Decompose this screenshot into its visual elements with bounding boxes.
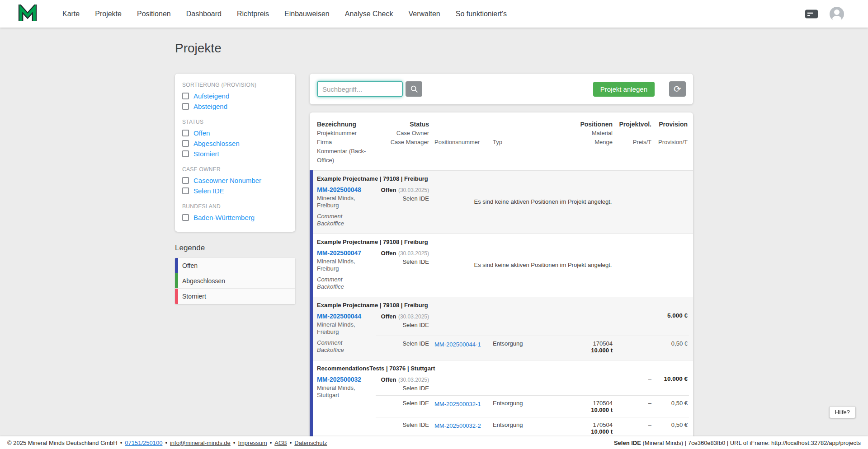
position-material-menge: 170504 10.000 t [554,400,615,413]
filter-option-abgeschlossen[interactable]: Abgeschlossen [182,138,288,149]
project-company: Mineral Minds, Freiburg [317,195,376,209]
header-col-status: Status Case Owner Case Manager [376,120,434,165]
legend-title: Legende [175,243,295,253]
project-number-link[interactable]: MM-202500044 [317,313,361,320]
footer: © 2025 Mineral Minds Deutschland GmbH • … [0,436,868,449]
filter-option-absteigend[interactable]: Absteigend [182,101,288,112]
footer-left: © 2025 Mineral Minds Deutschland GmbH • … [7,440,327,446]
position-provision: 0,50 € [651,421,688,428]
session-info: Selen IDE (Mineral Minds) | 7ce360e83fb0… [614,440,861,446]
project-status: Offen (30.03.2025) Selen IDE [376,312,434,328]
project-company: Mineral Minds, Freiburg [317,321,376,336]
position-preis: – [615,400,651,407]
project-number-link[interactable]: MM-202500047 [317,249,361,257]
checkbox[interactable] [182,93,189,99]
email-link[interactable]: info@mineral-minds.de [170,440,231,446]
project-title: Example Projectname | 79108 | Freiburg [313,234,693,248]
legend-item-offen: Offen [175,258,295,273]
position-row: Selen IDE MM-202500044-1 Entsorgung 1705… [376,336,689,354]
no-positions-message: Es sind keine aktiven Positionen im Proj… [434,196,651,205]
checkbox[interactable] [182,140,189,147]
nav-item-verwalten[interactable]: Verwalten [408,10,440,18]
search-input[interactable] [317,81,403,97]
filter-section-bundesland: BUNDESLAND [182,203,288,210]
position-typ: Entsorgung [489,421,554,428]
nav-item-projekte[interactable]: Projekte [95,10,122,18]
nav-item-karte[interactable]: Karte [62,10,80,18]
filter-option-selen-ide[interactable]: Selen IDE [182,186,288,196]
create-project-button[interactable]: Projekt anlegen [593,82,655,97]
project-number-link[interactable]: MM-202500032 [317,376,361,383]
checkbox[interactable] [182,130,189,136]
impressum-link[interactable]: Impressum [238,440,267,446]
no-positions-message: Es sind keine aktiven Positionen im Proj… [434,259,651,268]
filter-option-storniert[interactable]: Storniert [182,149,288,159]
search-button[interactable] [406,81,422,97]
phone-link[interactable]: 07151/250100 [125,440,162,446]
help-button[interactable]: Hilfe? [829,406,856,418]
position-menge: 10.000 t [554,407,613,413]
position-preis: – [615,421,651,428]
filter-option-offen[interactable]: Offen [182,128,288,138]
datenschutz-link[interactable]: Datenschutz [294,440,327,446]
refresh-button[interactable]: ⟳ [669,81,686,97]
project-row: Example Projectname | 79108 | Freiburg M… [313,170,693,234]
position-number-link[interactable]: MM-202500032-1 [434,401,481,407]
project-title: RecommendationsTests | 70376 | Stuttgart [313,360,693,374]
checkbox[interactable] [182,103,189,110]
legend-color-done [175,273,178,288]
position-number-link[interactable]: MM-202500032-2 [434,422,481,429]
agb-link[interactable]: AGB [274,440,287,446]
copyright-text: © 2025 Mineral Minds Deutschland GmbH [7,440,118,446]
nav-item-positionen[interactable]: Positionen [137,10,171,18]
nav-item-dashboard[interactable]: Dashboard [186,10,222,18]
sidebar: SORTIERUNG (PROVISION) Aufsteigend Abste… [175,74,295,304]
provision-value: 5.000 € [651,312,688,319]
checkbox[interactable] [182,177,189,184]
position-material: 170504 [554,421,613,428]
position-typ: Entsorgung [489,340,554,347]
project-case-owner: Selen IDE [376,322,429,328]
filter-option-baden-wuerttemberg[interactable]: Baden-Württemberg [182,212,288,223]
nav-item-einbauweisen[interactable]: Einbauweisen [284,10,330,18]
position-material-menge: 170504 10.000 t [554,421,615,435]
position-material-menge: 170504 10.000 t [554,340,615,354]
projects-table: Bezeichnung Projektnummer Firma Kommenta… [310,112,693,436]
avatar[interactable] [829,6,844,22]
project-company: Mineral Minds, Stuttgart [317,384,376,399]
position-preis: – [615,340,651,347]
position-row: Selen IDE MM-202500032-2 Entsorgung 1705… [376,417,689,435]
logo[interactable] [18,5,37,23]
position-case-owner: Selen IDE [376,421,434,428]
project-case-owner: Selen IDE [376,258,429,265]
project-comment: Comment Backoffice [317,213,362,227]
session-details: (Mineral Minds) | 7ce360e83fb0 | URL of … [641,440,861,446]
filter-option-aufsteigend[interactable]: Aufsteigend [182,91,288,101]
project-comment: Comment Backoffice [317,276,362,290]
project-number-link[interactable]: MM-202500048 [317,186,361,193]
position-typ: Entsorgung [489,400,554,407]
mineral-minds-logo-icon [18,5,37,23]
filter-panel: SORTIERUNG (PROVISION) Aufsteigend Abste… [175,74,295,232]
position-number-link[interactable]: MM-202500044-1 [434,341,481,348]
nav-item-analyse-check[interactable]: Analyse Check [345,10,393,18]
project-row: Example Projectname | 79108 | Freiburg M… [313,234,693,297]
nav-item-so-funktionierts[interactable]: So funktioniert's [456,10,507,18]
header-col-provision: Provision Provision/T [651,120,688,165]
checkbox[interactable] [182,187,189,194]
filter-option-caseowner-nonumber[interactable]: Caseowner Nonumber [182,175,288,186]
card-icon[interactable] [805,9,818,19]
project-row: RecommendationsTests | 70376 | Stuttgart… [313,360,693,436]
search-icon [410,85,418,93]
position-row: Selen IDE MM-202500032-1 Entsorgung 1705… [376,395,689,413]
position-menge: 10.000 t [554,347,613,354]
project-title: Example Projectname | 79108 | Freiburg [313,297,693,311]
provision-value: 10.000 € [651,375,688,382]
checkbox[interactable] [182,214,189,221]
project-case-owner: Selen IDE [376,385,429,392]
main-content: Projekte SORTIERUNG (PROVISION) Aufsteig… [0,28,868,436]
checkbox[interactable] [182,150,189,157]
header-col-bezeichnung: Bezeichnung Projektnummer Firma Kommenta… [317,120,376,165]
legend: Offen Abgeschlossen Storniert [175,258,295,304]
nav-item-richtpreis[interactable]: Richtpreis [237,10,269,18]
